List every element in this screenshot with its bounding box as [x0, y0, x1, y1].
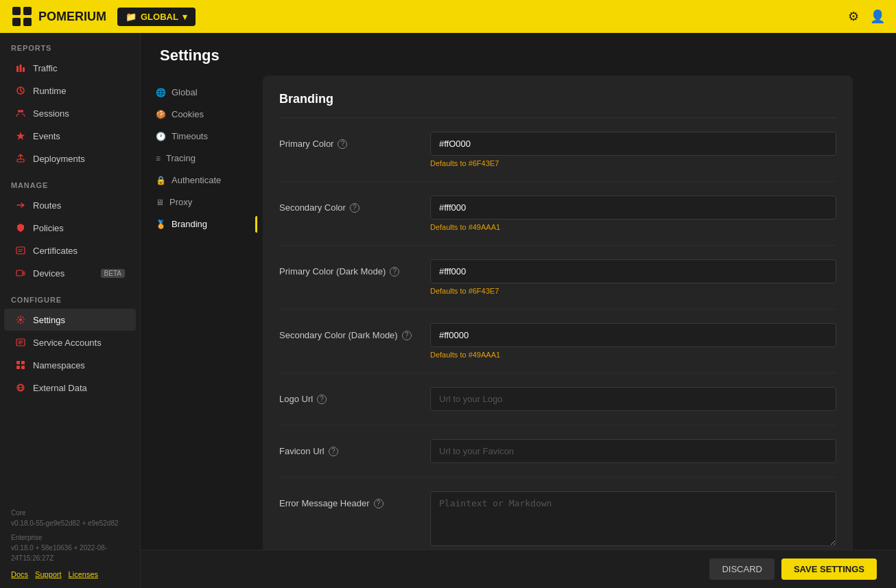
primary-color-dark-input-col: Defaults to #6F43E7 — [430, 259, 836, 295]
settings-nav-tracing-label: Tracing — [166, 153, 196, 163]
footer-actions: DISCARD SAVE SETTINGS — [141, 550, 896, 588]
primary-color-help-icon[interactable]: ? — [338, 139, 347, 149]
policies-icon — [15, 222, 26, 233]
primary-color-dark-help-icon[interactable]: ? — [390, 267, 399, 277]
sidebar-item-certificates[interactable]: Certificates — [4, 239, 136, 261]
discard-button[interactable]: DISCARD — [709, 558, 775, 580]
enterprise-info: Enterprise v0.18.0 + 58e10636 + 2022-08-… — [11, 532, 129, 563]
settings-nav-authenticate[interactable]: 🔒 Authenticate — [145, 169, 253, 191]
runtime-icon — [15, 85, 26, 96]
traffic-label: Traffic — [33, 63, 57, 73]
settings-nav-timeouts-label: Timeouts — [172, 131, 208, 141]
global-button[interactable]: 📁 GLOBAL ▾ — [117, 8, 196, 26]
secondary-color-dark-row: Secondary Color (Dark Mode) ? Defaults t… — [279, 323, 836, 373]
sidebar-item-settings[interactable]: Settings — [4, 309, 136, 331]
folder-icon: 📁 — [126, 12, 137, 22]
docs-link[interactable]: Docs — [11, 569, 28, 580]
footer-links: Docs Support Licenses — [11, 569, 129, 580]
support-link[interactable]: Support — [35, 569, 62, 580]
favicon-url-input[interactable] — [430, 439, 836, 463]
primary-color-dark-hint: Defaults to #6F43E7 — [430, 287, 836, 295]
settings-nav-proxy[interactable]: 🖥 Proxy — [145, 191, 253, 213]
error-message-help-icon[interactable]: ? — [374, 499, 384, 508]
primary-color-dark-input[interactable] — [430, 259, 836, 283]
settings-nav-branding[interactable]: 🏅 Branding — [145, 213, 253, 235]
secondary-color-dark-help-icon[interactable]: ? — [402, 331, 412, 340]
logo-url-input[interactable] — [430, 387, 836, 411]
sidebar-item-service-accounts[interactable]: Service Accounts — [4, 331, 136, 353]
primary-color-dark-label-text: Primary Color (Dark Mode) — [279, 266, 386, 277]
primary-color-dark-label: Primary Color (Dark Mode) ? — [279, 266, 430, 277]
error-message-textarea[interactable] — [430, 491, 836, 546]
core-label: Core — [11, 509, 26, 517]
namespaces-label: Namespaces — [33, 360, 85, 371]
secondary-color-dark-input-col: Defaults to #49AAA1 — [430, 323, 836, 359]
policies-label: Policies — [33, 223, 64, 233]
svg-rect-6 — [23, 67, 25, 72]
sidebar-section-configure: CONFIGURE Settings Service Accounts Name… — [0, 285, 140, 399]
devices-beta-badge: BETA — [101, 269, 125, 278]
svg-rect-1 — [23, 7, 32, 15]
settings-nav-tracing[interactable]: ≡ Tracing — [145, 148, 253, 169]
favicon-url-label-text: Favicon Url — [279, 446, 325, 456]
sidebar-item-external-data[interactable]: External Data — [4, 377, 136, 399]
enterprise-label: Enterprise — [11, 534, 43, 541]
sidebar: REPORTS Traffic Runtime Sessions — [0, 33, 141, 588]
sidebar-item-routes[interactable]: Routes — [4, 194, 136, 216]
svg-point-9 — [21, 110, 23, 113]
secondary-color-label: Secondary Color ? — [279, 202, 430, 213]
settings-nav-timeouts[interactable]: 🕐 Timeouts — [145, 126, 253, 147]
settings-nav-authenticate-label: Authenticate — [172, 175, 221, 185]
devices-icon — [15, 268, 26, 279]
enterprise-version: v0.18.0 + 58e10636 + 2022-08-24T15:26:27… — [11, 544, 107, 562]
svg-rect-11 — [16, 247, 25, 254]
sidebar-item-events[interactable]: Events — [4, 125, 136, 147]
sidebar-footer: Core v0.18.0-55-ge9e52d82 + e9e52d82 Ent… — [0, 499, 140, 589]
favicon-url-help-icon[interactable]: ? — [329, 447, 338, 456]
secondary-color-dark-input[interactable] — [430, 323, 836, 347]
sidebar-item-namespaces[interactable]: Namespaces — [4, 354, 136, 376]
primary-color-input-col: Defaults to #6F43E7 — [430, 132, 836, 167]
settings-layout: 🌐 Global 🍪 Cookies 🕐 Timeouts ≡ Tracing … — [141, 75, 896, 550]
sidebar-item-traffic[interactable]: Traffic — [4, 57, 136, 79]
user-icon[interactable]: 👤 — [870, 9, 885, 24]
svg-rect-12 — [16, 270, 23, 276]
settings-nav-global[interactable]: 🌐 Global — [145, 82, 253, 103]
runtime-label: Runtime — [33, 86, 66, 96]
svg-point-8 — [18, 110, 21, 113]
reports-section-label: REPORTS — [0, 33, 140, 56]
secondary-color-input[interactable] — [430, 196, 836, 220]
sidebar-item-runtime[interactable]: Runtime — [4, 80, 136, 102]
logo-url-label: Logo Url ? — [279, 394, 430, 404]
logo-url-help-icon[interactable]: ? — [317, 395, 327, 404]
svg-rect-4 — [16, 66, 19, 72]
sidebar-item-devices[interactable]: Devices BETA — [4, 262, 136, 284]
logo-icon — [11, 5, 33, 27]
licenses-link[interactable]: Licenses — [69, 569, 98, 580]
settings-nav-cookies[interactable]: 🍪 Cookies — [145, 104, 253, 125]
error-message-row: Error Message Header ? Can contain plain… — [279, 491, 836, 550]
globe-icon: 🌐 — [156, 88, 166, 97]
sessions-label: Sessions — [33, 108, 69, 119]
svg-rect-2 — [12, 18, 21, 26]
svg-rect-13 — [23, 272, 25, 275]
clock-icon: 🕐 — [156, 132, 166, 141]
sidebar-item-policies[interactable]: Policies — [4, 217, 136, 239]
sidebar-item-sessions[interactable]: Sessions — [4, 102, 136, 124]
error-message-label: Error Message Header ? — [279, 498, 430, 508]
primary-color-input[interactable] — [430, 132, 836, 156]
secondary-color-label-text: Secondary Color — [279, 202, 346, 213]
sidebar-item-deployments[interactable]: Deployments — [4, 148, 136, 169]
tracing-icon: ≡ — [156, 154, 161, 163]
settings-label: Settings — [33, 315, 65, 325]
secondary-color-dark-label-col: Secondary Color (Dark Mode) ? — [279, 323, 430, 340]
gear-icon[interactable]: ⚙ — [848, 9, 859, 24]
secondary-color-help-icon[interactable]: ? — [350, 203, 359, 213]
primary-color-label-col: Primary Color ? — [279, 132, 430, 149]
favicon-url-row: Favicon Url ? — [279, 439, 836, 478]
logo-url-input-col — [430, 387, 836, 411]
save-settings-button[interactable]: SAVE SETTINGS — [781, 558, 877, 580]
svg-rect-5 — [20, 64, 22, 72]
branding-title: Branding — [279, 92, 836, 118]
topbar: POMERIUM 📁 GLOBAL ▾ ⚙ 👤 — [0, 0, 896, 33]
